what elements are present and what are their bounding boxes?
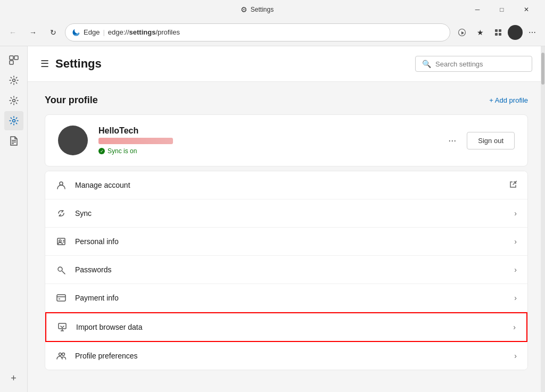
payment-info-label: Payment info [75,294,506,302]
personal-info-icon [56,236,67,247]
browser-name: Edge [84,28,100,36]
svg-point-25 [59,353,62,356]
svg-point-8 [12,99,15,102]
import-browser-data-icon [57,322,68,332]
profile-avatar [58,126,88,155]
menu-item-personal-info[interactable]: Personal info › [45,228,527,256]
scrollbar[interactable] [541,46,545,392]
title-gear-icon: ⚙ [241,5,247,14]
menu-item-import-browser-data[interactable]: Import browser data › [45,312,527,342]
scrollbar-thumb[interactable] [541,53,544,85]
passwords-icon [56,264,67,275]
search-input[interactable] [435,60,525,68]
svg-point-26 [62,353,65,356]
svg-rect-3 [499,33,501,36]
profile-preferences-icon [56,351,67,361]
sign-out-button[interactable]: Sign out [467,132,515,149]
manage-account-label: Manage account [75,181,501,189]
sync-icon [56,208,67,219]
payment-info-arrow-icon: › [514,294,517,302]
menu-item-profile-preferences[interactable]: Profile preferences › [45,342,527,370]
toolbar-right: ★ ⋯ [453,24,541,41]
svg-rect-5 [14,56,18,60]
title-bar: ⚙ Settings ─ □ ✕ [0,0,545,19]
more-tools-button[interactable]: ⋯ [524,24,541,41]
sidebar-toggle-icon[interactable]: ☰ [40,58,49,70]
address-separator: | [103,28,104,36]
menu-item-sync[interactable]: Sync › [45,199,527,228]
back-button[interactable]: ← [4,24,21,41]
import-browser-data-arrow-icon: › [513,323,516,331]
svg-point-19 [58,267,62,271]
content-area: ☰ Settings 🔍 Your profile + Add profile … [28,46,545,392]
sidebar-add-button[interactable]: + [4,369,23,388]
menu-item-passwords[interactable]: Passwords › [45,256,527,284]
address-url: edge://settings/profiles [108,28,180,36]
sync-label-item: Sync [75,209,506,218]
sidebar: + [0,46,28,392]
svg-point-13 [60,182,63,185]
title-bar-center: ⚙ Settings [241,5,274,14]
passwords-arrow-icon: › [514,265,517,274]
sidebar-item-profiles[interactable] [4,111,23,130]
collections-button[interactable] [490,24,507,41]
window-title: Settings [251,6,274,13]
menu-item-payment-info[interactable]: Payment info › [45,284,527,312]
sync-arrow-icon: › [514,209,517,218]
svg-rect-0 [495,29,498,32]
profile-section-title: Your profile [45,95,98,106]
search-icon: 🔍 [422,60,431,68]
passwords-label: Passwords [75,265,506,274]
settings-title-area: ☰ Settings [40,57,102,71]
manage-account-icon [56,180,67,190]
profile-avatar-toolbar[interactable] [508,25,523,40]
sidebar-item-settings1[interactable] [4,71,23,90]
profile-info: HelloTech Sync is on [98,126,433,155]
svg-line-20 [62,271,65,274]
svg-rect-21 [57,295,65,301]
sidebar-item-settings2[interactable] [4,91,23,110]
svg-rect-4 [10,56,13,60]
search-box[interactable]: 🔍 [415,56,532,72]
read-aloud-button[interactable] [453,24,470,41]
svg-line-14 [513,181,517,185]
personal-info-label: Personal info [75,237,506,246]
personal-info-arrow-icon: › [514,237,517,246]
profile-preferences-label: Profile preferences [75,352,506,360]
sidebar-item-documents[interactable] [4,131,23,151]
address-bar[interactable]: Edge | edge://settings/profiles [65,23,450,41]
import-browser-data-label: Import browser data [76,323,505,331]
svg-point-9 [12,120,15,122]
svg-rect-6 [10,61,13,64]
close-button[interactable]: ✕ [514,0,539,19]
svg-point-16 [59,240,61,242]
svg-rect-1 [499,29,501,32]
settings-content: Your profile + Add profile HelloTech Syn… [28,82,545,392]
profile-name: HelloTech [98,126,433,136]
profile-email-blur [98,138,173,144]
sync-status: Sync is on [98,147,433,155]
page-title: Settings [55,57,102,71]
maximize-button[interactable]: □ [490,0,514,19]
main-layout: + ☰ Settings 🔍 Your profile + Add profil… [0,46,545,392]
favorites-button[interactable]: ★ [472,24,489,41]
profile-preferences-arrow-icon: › [514,352,517,360]
add-profile-button[interactable]: + Add profile [489,96,528,104]
refresh-button[interactable]: ↻ [45,24,62,41]
payment-info-icon [56,293,67,303]
add-icon: + [11,373,16,384]
menu-list: Manage account [45,171,528,370]
forward-button[interactable]: → [24,24,42,41]
menu-item-manage-account[interactable]: Manage account [45,171,527,199]
sync-label: Sync is on [108,147,137,155]
profile-section-header: Your profile + Add profile [45,95,528,106]
title-bar-controls: ─ □ ✕ [465,0,539,19]
minimize-button[interactable]: ─ [465,0,490,19]
edge-logo-icon [72,28,80,37]
settings-header: ☰ Settings 🔍 [28,46,545,82]
sidebar-item-tabs[interactable] [4,51,23,70]
sync-dot-icon [98,148,105,154]
profile-more-button[interactable]: ··· [444,133,460,148]
svg-point-7 [12,79,15,82]
svg-rect-2 [495,33,498,36]
